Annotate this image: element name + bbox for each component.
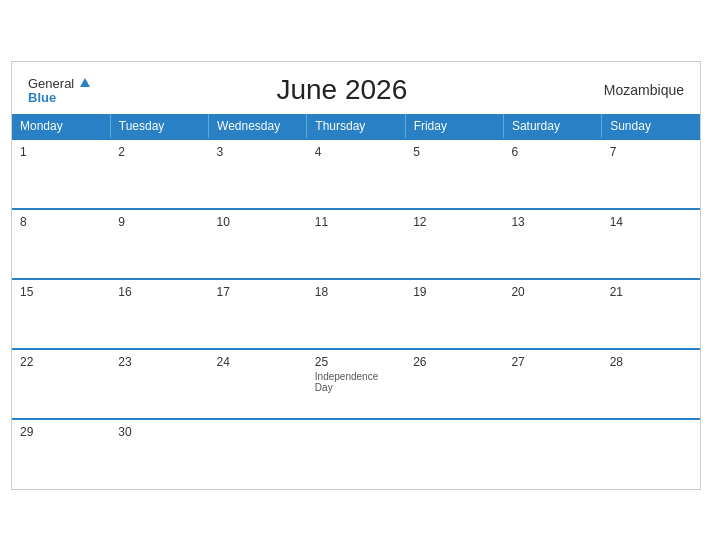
calendar-week-row: 15161718192021 xyxy=(12,279,700,349)
day-event: Independence Day xyxy=(315,371,397,393)
calendar-cell: 7 xyxy=(602,139,700,209)
calendar-container: General Blue June 2026 Mozambique Monday… xyxy=(11,61,701,490)
day-number: 7 xyxy=(610,145,692,159)
day-number: 10 xyxy=(217,215,299,229)
calendar-week-row: 2930 xyxy=(12,419,700,489)
calendar-cell: 5 xyxy=(405,139,503,209)
day-number: 12 xyxy=(413,215,495,229)
calendar-cell: 27 xyxy=(503,349,601,419)
calendar-cell: 13 xyxy=(503,209,601,279)
calendar-cell: 9 xyxy=(110,209,208,279)
calendar-cell xyxy=(405,419,503,489)
calendar-cell: 19 xyxy=(405,279,503,349)
calendar-cell: 29 xyxy=(12,419,110,489)
weekday-friday: Friday xyxy=(405,114,503,139)
day-number: 25 xyxy=(315,355,397,369)
calendar-cell xyxy=(503,419,601,489)
day-number: 6 xyxy=(511,145,593,159)
calendar-cell: 11 xyxy=(307,209,405,279)
calendar-cell xyxy=(602,419,700,489)
calendar-cell: 21 xyxy=(602,279,700,349)
weekday-monday: Monday xyxy=(12,114,110,139)
day-number: 14 xyxy=(610,215,692,229)
calendar-cell: 24 xyxy=(209,349,307,419)
calendar-cell: 12 xyxy=(405,209,503,279)
calendar-cell: 26 xyxy=(405,349,503,419)
calendar-cell: 4 xyxy=(307,139,405,209)
day-number: 29 xyxy=(20,425,102,439)
calendar-cell: 3 xyxy=(209,139,307,209)
day-number: 26 xyxy=(413,355,495,369)
day-number: 3 xyxy=(217,145,299,159)
calendar-cell: 18 xyxy=(307,279,405,349)
calendar-cell: 15 xyxy=(12,279,110,349)
day-number: 21 xyxy=(610,285,692,299)
logo: General Blue xyxy=(28,75,90,104)
day-number: 16 xyxy=(118,285,200,299)
weekday-header-row: Monday Tuesday Wednesday Thursday Friday… xyxy=(12,114,700,139)
day-number: 18 xyxy=(315,285,397,299)
day-number: 1 xyxy=(20,145,102,159)
weekday-tuesday: Tuesday xyxy=(110,114,208,139)
calendar-title: June 2026 xyxy=(90,74,594,106)
logo-blue-label: Blue xyxy=(28,91,90,104)
day-number: 5 xyxy=(413,145,495,159)
calendar-header: General Blue June 2026 Mozambique xyxy=(12,62,700,114)
calendar-cell: 16 xyxy=(110,279,208,349)
weekday-thursday: Thursday xyxy=(307,114,405,139)
calendar-cell xyxy=(307,419,405,489)
day-number: 11 xyxy=(315,215,397,229)
day-number: 28 xyxy=(610,355,692,369)
calendar-cell: 1 xyxy=(12,139,110,209)
calendar-table: Monday Tuesday Wednesday Thursday Friday… xyxy=(12,114,700,489)
day-number: 2 xyxy=(118,145,200,159)
calendar-country: Mozambique xyxy=(594,82,684,98)
day-number: 4 xyxy=(315,145,397,159)
calendar-cell: 22 xyxy=(12,349,110,419)
calendar-week-row: 22232425Independence Day262728 xyxy=(12,349,700,419)
day-number: 24 xyxy=(217,355,299,369)
calendar-cell: 30 xyxy=(110,419,208,489)
day-number: 15 xyxy=(20,285,102,299)
weekday-saturday: Saturday xyxy=(503,114,601,139)
calendar-cell: 20 xyxy=(503,279,601,349)
day-number: 27 xyxy=(511,355,593,369)
calendar-cell: 17 xyxy=(209,279,307,349)
calendar-cell xyxy=(209,419,307,489)
calendar-cell: 23 xyxy=(110,349,208,419)
calendar-cell: 28 xyxy=(602,349,700,419)
day-number: 8 xyxy=(20,215,102,229)
calendar-cell: 2 xyxy=(110,139,208,209)
day-number: 17 xyxy=(217,285,299,299)
logo-triangle-icon xyxy=(80,78,90,87)
calendar-cell: 8 xyxy=(12,209,110,279)
day-number: 22 xyxy=(20,355,102,369)
calendar-cell: 25Independence Day xyxy=(307,349,405,419)
calendar-cell: 6 xyxy=(503,139,601,209)
logo-general-text: General xyxy=(28,75,90,91)
day-number: 23 xyxy=(118,355,200,369)
day-number: 19 xyxy=(413,285,495,299)
weekday-sunday: Sunday xyxy=(602,114,700,139)
day-number: 13 xyxy=(511,215,593,229)
calendar-cell: 10 xyxy=(209,209,307,279)
day-number: 9 xyxy=(118,215,200,229)
calendar-week-row: 1234567 xyxy=(12,139,700,209)
day-number: 30 xyxy=(118,425,200,439)
day-number: 20 xyxy=(511,285,593,299)
logo-general-label: General xyxy=(28,76,74,91)
calendar-week-row: 891011121314 xyxy=(12,209,700,279)
weekday-wednesday: Wednesday xyxy=(209,114,307,139)
calendar-cell: 14 xyxy=(602,209,700,279)
